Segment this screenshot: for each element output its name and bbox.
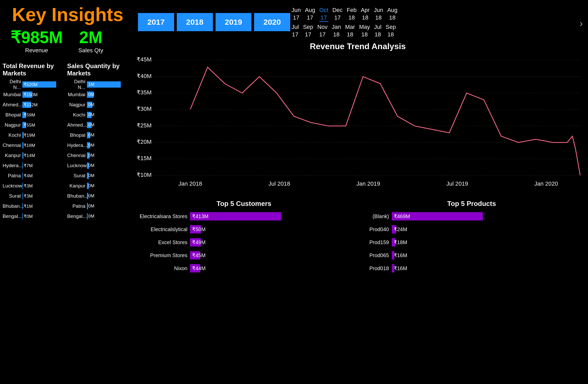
revenue-bar-label: Hydera...: [3, 163, 22, 168]
top-products-title: Top 5 Products: [361, 200, 583, 208]
qty-bar-label: Hydera...: [67, 142, 87, 148]
product-bar: ₹469M: [392, 212, 483, 220]
product-bar-value: ₹469M: [392, 213, 410, 219]
revenue-bar: ₹55M: [22, 122, 26, 128]
sales-qty-by-markets-panel: Sales Quantity by Markets Delhi N...1MMu…: [67, 62, 131, 223]
customer-bar: ₹413M: [190, 212, 281, 220]
product-bar-label: (Blank): [361, 213, 392, 219]
month-may18[interactable]: May18: [359, 23, 370, 38]
qty-bar-row: Nagpur0M: [67, 101, 131, 109]
trend-line: [190, 67, 580, 175]
year-2020-btn[interactable]: 2020: [254, 13, 290, 31]
month-filters-row1: Jun17 Aug17 Oct17 Dec17 Feb18 Apr18 Jun1…: [292, 6, 397, 22]
month-filters-row2: Jul17 Sep17 Nov17 Jan18 Mar18 May18 Jul1…: [292, 23, 396, 38]
product-bar: ₹16M: [392, 251, 395, 259]
qty-bar-label: Surat: [67, 173, 87, 179]
month-aug18[interactable]: Aug18: [387, 6, 397, 22]
chevron-right-icon[interactable]: ›: [580, 18, 583, 29]
month-apr18[interactable]: Apr18: [361, 6, 370, 22]
revenue-bar-row: Bhuban...₹1M: [3, 202, 66, 210]
product-bar-value: ₹18M: [392, 239, 407, 245]
revenue-bar-row: Mumbai₹150M: [3, 91, 66, 99]
revenue-bar-value: ₹7M: [22, 163, 33, 168]
bottom-panels: Top 5 Customers Electricalsara Stores₹41…: [133, 200, 583, 379]
revenue-bar-label: Nagpur: [3, 122, 22, 128]
revenue-bar-label: Surat: [3, 193, 22, 199]
revenue-bar-value: ₹3M: [22, 183, 33, 189]
month-jul18[interactable]: Jul18: [374, 23, 381, 38]
qty-bar-value: 0M: [87, 183, 94, 188]
svg-text:Jan 2020: Jan 2020: [534, 180, 558, 187]
qty-bar-label: Mumbai: [67, 92, 87, 97]
revenue-bar-value: ₹520M: [22, 82, 38, 87]
revenue-bar-row: Lucknow₹3M: [3, 182, 66, 190]
month-feb18[interactable]: Feb18: [347, 6, 357, 22]
revenue-bar: ₹18M: [22, 142, 23, 148]
product-bar-value: ₹16M: [392, 265, 407, 271]
qty-bar: 0M: [87, 173, 89, 179]
month-aug17[interactable]: Aug17: [305, 6, 315, 22]
qty-bar-row: Bengal...0M: [67, 212, 131, 220]
month-jun18[interactable]: Jun18: [374, 6, 383, 22]
month-oct17[interactable]: Oct17: [319, 6, 328, 22]
customer-bar-row: Electricalsara Stores₹413M: [133, 211, 355, 221]
revenue-bar: ₹132M: [22, 102, 31, 108]
customer-bar: ₹50M: [190, 225, 201, 233]
qty-bar: 0M: [87, 203, 88, 209]
revenue-bar: ₹520M: [22, 81, 56, 88]
qty-bar: 0M: [87, 193, 88, 199]
customer-bar-row: Electricalslytical₹50M: [133, 224, 355, 234]
product-bar-label: Prod065: [361, 252, 392, 258]
qty-bar: 0M: [87, 152, 90, 159]
qty-bar-value: 0M: [87, 193, 94, 199]
month-sep18[interactable]: Sep18: [385, 23, 396, 38]
month-jul17[interactable]: Jul17: [292, 23, 299, 38]
qty-bar: 0M: [87, 183, 89, 189]
svg-text:₹10M: ₹10M: [137, 172, 151, 178]
revenue-bar-row: Kochi₹19M: [3, 131, 66, 139]
qty-bar-row: Lucknow0M: [67, 162, 131, 170]
year-2018-btn[interactable]: 2018: [177, 13, 213, 31]
month-jun17[interactable]: Jun17: [292, 6, 301, 22]
revenue-bar-row: Chennai₹18M: [3, 141, 66, 149]
revenue-bar: ₹1M: [22, 203, 23, 209]
qty-bar-value: 0M: [87, 92, 94, 97]
qty-bar-label: Delhi N...: [67, 79, 87, 90]
revenue-bar-label: Mumbai: [3, 92, 22, 97]
revenue-bar: ₹150M: [22, 92, 32, 98]
qty-bar-label: Patna: [67, 203, 87, 209]
month-sep17[interactable]: Sep17: [303, 23, 313, 38]
qty-bar-value: 0M: [87, 102, 94, 107]
product-bar-label: Prod040: [361, 226, 392, 232]
qty-bar-row: Kanpur0M: [67, 182, 131, 190]
revenue-bar-label: Bengal...: [3, 213, 22, 219]
qty-bar-value: 0M: [87, 112, 94, 118]
product-bar: ₹24M: [392, 225, 396, 233]
sales-qty-markets-title: Sales Quantity by Markets: [67, 62, 131, 77]
year-2017-btn[interactable]: 2017: [138, 13, 174, 31]
qty-bar-row: Patna0M: [67, 202, 131, 210]
qty-bar-row: Bhopal0M: [67, 131, 131, 139]
customer-bar-row: Excel Stores₹49M: [133, 237, 355, 247]
customer-bar: ₹49M: [190, 238, 201, 246]
month-nov17[interactable]: Nov17: [317, 23, 327, 38]
year-2019-btn[interactable]: 2019: [216, 13, 252, 31]
customer-bar-row: Nixon₹44M: [133, 263, 355, 273]
svg-text:₹30M: ₹30M: [137, 106, 151, 112]
revenue-trend-title: Revenue Trend Analysis: [133, 42, 583, 51]
month-jan18[interactable]: Jan18: [332, 23, 341, 38]
revenue-bar-row: Ahmed...₹132M: [3, 101, 66, 109]
revenue-bar-value: ₹55M: [22, 122, 35, 128]
revenue-bar-value: ₹59M: [22, 112, 35, 118]
qty-bar-label: Lucknow: [67, 163, 87, 168]
month-mar18[interactable]: Mar18: [345, 23, 355, 38]
revenue-bar: ₹59M: [22, 112, 26, 118]
month-dec17[interactable]: Dec17: [332, 6, 343, 22]
qty-bar-label: Chennai: [67, 153, 87, 158]
qty-bars-container: Delhi N...1MMumbai0MNagpur0MKochi0MAhmed…: [67, 81, 131, 220]
revenue-bar-row: Delhi N...₹520M: [3, 81, 66, 88]
qty-bar: 0M: [87, 162, 89, 169]
qty-bar-value: 0M: [87, 204, 94, 209]
customer-bar-label: Premium Stores: [133, 252, 190, 258]
qty-bar-label: Ahmed...: [67, 122, 87, 128]
